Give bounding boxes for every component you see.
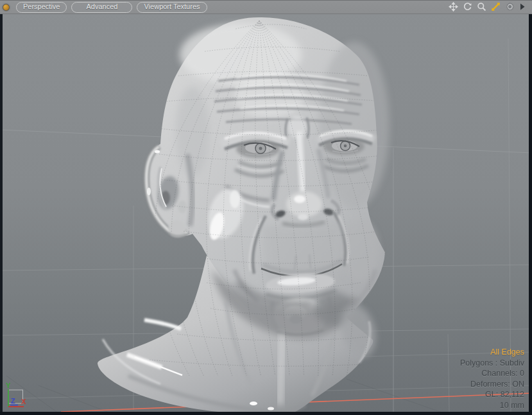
viewport-options-dot[interactable] [3,4,10,11]
viewport-status-overlay: All Edges Polygons : Subdiv Channels: 0 … [460,347,524,411]
gizmo-z-label: Z [11,397,15,405]
status-gl-count: GL: 82,112 [460,389,524,400]
pan-icon[interactable] [449,2,458,12]
status-grid-size: 10 mm [460,400,524,411]
modeling-viewport-window[interactable]: Y X Z Perspective Advanced Viewport Text… [0,0,532,415]
gizmo-x-label: X [21,398,26,405]
orbit-rotate-icon[interactable] [463,2,472,12]
scale-diagonal-icon[interactable] [491,2,501,12]
status-channels: Channels: 0 [460,368,524,379]
viewport-canvas[interactable]: Y X Z [0,0,532,415]
viewport-toolbar: Perspective Advanced Viewport Textures [0,0,532,14]
viewport-textures-dropdown[interactable]: Viewport Textures [137,2,207,13]
expand-arrow-icon[interactable] [519,3,526,11]
status-polygon-type: Polygons : Subdiv [460,358,524,369]
settings-gear-icon[interactable] [505,2,515,12]
zoom-magnifier-icon[interactable] [477,2,486,12]
status-all-edges: All Edges [460,347,524,358]
gizmo-y-label: Y [6,382,11,389]
status-deformers: Deformers: ON [460,379,524,390]
perspective-dropdown[interactable]: Perspective [16,2,67,13]
shading-mode-dropdown[interactable]: Advanced [71,2,132,13]
